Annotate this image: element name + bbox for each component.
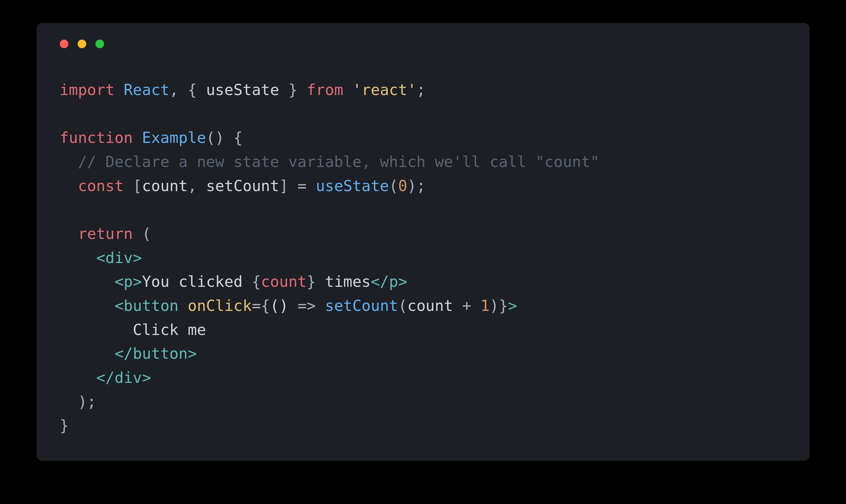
code-line-12: </button>: [60, 345, 197, 362]
code-line-11: Click me: [60, 321, 206, 339]
close-icon[interactable]: [60, 40, 68, 48]
code-line-9: <p>You clicked {count} times</p>: [60, 273, 407, 290]
traffic-lights: [60, 40, 787, 48]
maximize-icon[interactable]: [96, 40, 104, 48]
code-line-3: function Example() {: [60, 129, 243, 146]
code-line-14: );: [60, 393, 97, 411]
code-line-5: const [count, setCount] = useState(0);: [60, 177, 426, 195]
code-line-7: return (: [60, 225, 151, 242]
code-line-13: </div>: [60, 369, 151, 386]
code-line-15: }: [60, 416, 69, 434]
code-window: import React, { useState } from 'react';…: [37, 23, 810, 461]
code-line-8: <div>: [60, 249, 142, 267]
code-line-10: <button onClick={() => setCount(count + …: [60, 297, 517, 314]
code-line-1: import React, { useState } from 'react';: [60, 81, 426, 99]
code-block: import React, { useState } from 'react';…: [60, 78, 787, 438]
code-line-4: // Declare a new state variable, which w…: [60, 153, 600, 170]
minimize-icon[interactable]: [77, 40, 86, 48]
